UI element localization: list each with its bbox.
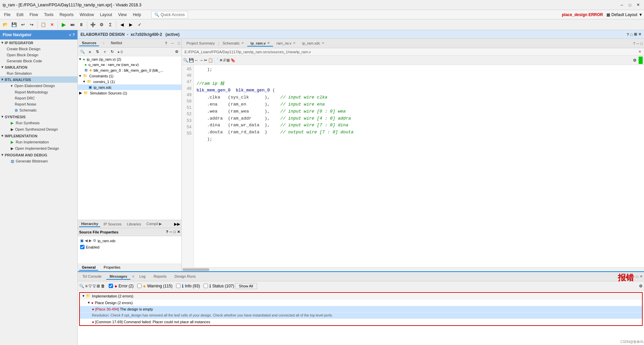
menu-help[interactable]: Help [130,12,144,18]
tree-sim-sources[interactable]: ▶ 📁 Simulation Sources (1) [78,90,181,96]
quick-access-bar[interactable]: 🔍 Quick Access [151,11,188,18]
nav-schematic[interactable]: ⊞ Schematic [0,107,77,114]
nav-generate-bitstream[interactable]: ▥ Generate Bitstream [0,158,77,164]
delete-button[interactable]: ✕ [48,21,56,29]
code-cut-btn[interactable]: ✂ [204,58,207,63]
nav-create-block-design[interactable]: Create Block Design [0,46,77,52]
elab-close-icon[interactable]: ✕ [638,32,641,37]
nav-run-implementation[interactable]: ▶ Run Implementation [0,139,77,145]
hscrollbar-thumb[interactable] [182,268,209,271]
tab-design-runs[interactable]: Design Runs [171,274,199,280]
nav-report-methodology[interactable]: Report Methodology [0,89,77,95]
close-ip-ram-xdc-icon[interactable]: ✕ [322,41,324,45]
nav-run-simulation[interactable]: Run Simulation [0,70,77,76]
sfp-prev-btn[interactable]: ◀ [85,238,88,243]
code-editor-area[interactable]: 45 46 47 48 49 50 51 52 53 54 55 ); //ra… [182,65,644,267]
code-paste-btn[interactable]: 📄 [214,58,219,63]
tab-ip-sources[interactable]: IP Sources [102,221,124,227]
maximize-button[interactable]: □ [627,2,633,8]
next-button[interactable]: ▶ [127,21,135,29]
menu-file[interactable]: File [1,12,13,18]
sfp-tab-properties[interactable]: Properties [101,265,123,271]
tab-messages[interactable]: Messages [106,274,131,280]
tree-constraints[interactable]: ▾ 📁 Constraints (1) [78,73,181,79]
bottom-max-icon[interactable]: □ [636,275,638,279]
tree-ip-ram[interactable]: ▾ ● ip_ram (ip_ram.v) (2) [78,56,181,62]
copy-button[interactable]: 📋 [39,21,47,29]
nav-run-synthesis[interactable]: ▶ Run Synthesis [0,120,77,126]
msg-group-implementation[interactable]: ▾ 📁 Implementation (2 errors) [80,293,642,299]
sources-settings-btn[interactable]: ⚙ [173,49,180,55]
layout-dropdown-icon[interactable]: ▼ [639,12,643,17]
code-content[interactable]: ); //ram ip 核 blk_mem_gen_0 blk_mem_gen_… [194,65,644,267]
save-button[interactable]: 💾 [10,21,18,29]
sigma-button[interactable]: Σ [106,21,114,29]
undo-button[interactable]: ↩ [19,21,27,29]
elab-float-icon[interactable]: □ [630,32,633,37]
elab-help-icon[interactable]: ? [627,32,629,37]
code-help-icon[interactable]: ? [633,42,635,46]
redo-button[interactable]: ↪ [28,21,36,29]
code-hscroll[interactable] [182,267,644,271]
sources-refresh-btn[interactable]: ↻ [109,49,115,55]
add-button[interactable]: ➕ [89,21,97,29]
nav-section-synthesis[interactable]: ▾ SYNTHESIS [0,114,77,120]
menu-flow[interactable]: Flow [27,12,41,18]
msg-delete-btn[interactable]: 🗑 [101,284,105,288]
msg-collapse-btn[interactable]: ≡ [85,284,88,288]
nav-section-program-debug[interactable]: ▾ PROGRAM AND DEBUG [0,152,77,158]
menu-reports[interactable]: Reports [57,12,76,18]
close-ip-ram-v-icon[interactable]: ✕ [267,41,270,45]
tab-ram-rw-v[interactable]: ram_rw.v ✕ [273,41,299,47]
sfp-next-btn[interactable]: ▶ [89,238,92,243]
sfp-tab-general[interactable]: General [79,265,98,271]
pause-button[interactable]: ⏸ [77,21,85,29]
close-button[interactable]: ✕ [635,2,641,8]
bottom-close-icon[interactable]: ✕ [640,274,643,279]
msg-error-2[interactable]: ● [Common 17-69] Command failed: Placer … [80,319,642,325]
sources-add-btn[interactable]: ＋ [101,49,108,55]
menu-tools[interactable]: Tools [41,12,56,18]
code-fwd-btn[interactable]: → [199,58,203,63]
code-back-btn[interactable]: ← [195,58,199,63]
code-settings-btn[interactable]: ⚙ [633,58,637,63]
nav-section-implementation[interactable]: ▾ IMPLEMENTATION [0,133,77,139]
sources-help-icon[interactable]: ? [165,41,167,45]
nav-generate-block-code[interactable]: Generate Block Code [0,58,77,64]
code-bookmark-btn[interactable]: 🔖 [230,58,235,63]
tree-constrs-1[interactable]: ▾ 📁 constrs_1 (1) [78,79,181,84]
nav-open-elaborated-design[interactable]: ▾ Open Elaborated Design [0,83,77,89]
msg-error-1[interactable]: ● [Place 30-494] The design is empty [80,306,642,313]
sources-max-icon[interactable]: □ [178,41,180,45]
tree-blk-mem[interactable]: ⊠ ◈ blk_mem_gen_0 : blk_mem_gen_0 (blk_.… [78,67,181,73]
warning-checkbox[interactable] [137,284,142,288]
sources-search-btn[interactable]: 🔍 [79,49,86,55]
prev-button[interactable]: ◀ [118,21,126,29]
code-max-icon[interactable]: □ [640,42,643,46]
code-indent-btn[interactable]: ⊞ [226,58,230,63]
nav-report-noise[interactable]: Report Noise [0,101,77,107]
elab-max-icon[interactable]: ⊞ [634,32,637,37]
path-close-icon[interactable]: ✕ [638,50,641,54]
msg-expand-btn[interactable]: ⊞ [97,284,100,288]
tab-libraries[interactable]: Libraries [125,221,143,227]
sfp-help-icon[interactable]: ? [166,230,168,234]
nav-section-rtl-analysis[interactable]: ▾ RTL ANALYSIS [0,76,77,83]
tab-schematic[interactable]: Schematic ✕ [219,41,247,47]
sfp-max-icon[interactable]: □ [173,230,176,234]
tab-hierarchy[interactable]: Hierarchy [79,221,100,227]
msg-settings-btn[interactable]: ⚙ [639,284,643,288]
code-comment-btn[interactable]: // [223,58,226,63]
msg-filter2-btn[interactable]: ▽+ [93,284,96,288]
tab-log[interactable]: Log [136,274,149,280]
tab-ip-ram-xdc[interactable]: ip_ram.xdc ✕ [299,41,328,47]
nav-help-icon[interactable]: ? [72,33,75,37]
msg-search-btn[interactable]: 🔍 [79,284,84,288]
nav-open-block-design[interactable]: Open Block Design [0,52,77,58]
tab-compile[interactable]: Compil ▶ [145,221,164,227]
sfp-gear-icon[interactable]: ⚙ [93,238,96,243]
settings-button[interactable]: ⚙ [98,21,106,29]
tab-ip-ram-v[interactable]: ip_ram.v ✕ [247,41,273,47]
sources-filter-btn[interactable]: ≡ [87,49,93,55]
hierarchy-more-icon[interactable]: ▶▶ [174,222,180,226]
